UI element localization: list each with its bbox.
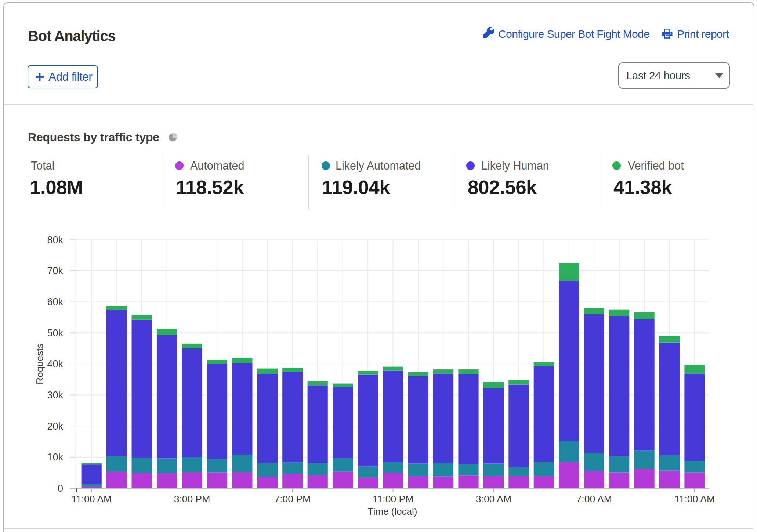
svg-text:40k: 40k bbox=[47, 358, 63, 369]
svg-text:10k: 10k bbox=[47, 452, 63, 463]
svg-text:11:00 PM: 11:00 PM bbox=[373, 493, 413, 504]
svg-text:70k: 70k bbox=[47, 265, 63, 276]
svg-text:11:00 AM: 11:00 AM bbox=[674, 493, 715, 504]
svg-text:80k: 80k bbox=[47, 234, 63, 245]
svg-text:60k: 60k bbox=[47, 296, 63, 307]
svg-text:3:00 AM: 3:00 AM bbox=[476, 493, 511, 504]
svg-text:20k: 20k bbox=[47, 421, 63, 432]
svg-text:11:00 AM: 11:00 AM bbox=[71, 493, 112, 504]
svg-text:Time (local): Time (local) bbox=[368, 506, 417, 517]
svg-text:50k: 50k bbox=[47, 328, 63, 339]
svg-text:0: 0 bbox=[58, 483, 63, 494]
svg-text:7:00 AM: 7:00 AM bbox=[576, 493, 612, 504]
svg-text:3:00 PM: 3:00 PM bbox=[174, 493, 210, 504]
svg-text:30k: 30k bbox=[47, 390, 63, 401]
svg-text:7:00 PM: 7:00 PM bbox=[274, 493, 311, 504]
svg-text:Requests: Requests bbox=[34, 343, 45, 385]
